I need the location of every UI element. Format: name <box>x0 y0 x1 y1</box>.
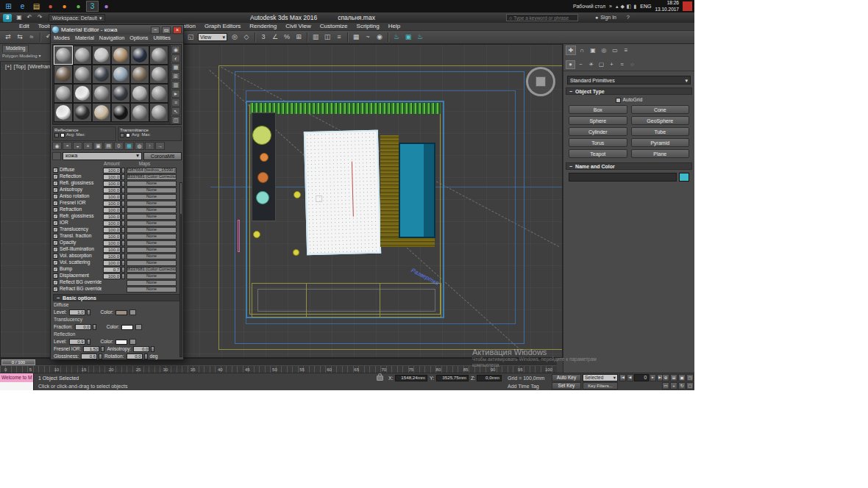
material-sample-slot[interactable] <box>149 65 168 84</box>
purple-app-icon[interactable]: ● <box>100 1 113 12</box>
select-and-scale-icon[interactable]: ◱ <box>185 32 196 43</box>
go-to-parent-icon[interactable]: ↑ <box>145 142 154 150</box>
object-color-swatch[interactable] <box>679 173 689 182</box>
reset-map-icon[interactable]: × <box>83 142 93 150</box>
param-checkbox[interactable]: ✓ <box>53 174 58 179</box>
param-amount-field[interactable]: 100,0 <box>103 273 121 279</box>
maximize-viewport-icon[interactable]: ▢ <box>686 382 694 390</box>
unlink-selection-icon[interactable]: ⇆ <box>14 32 26 43</box>
param-amount-field[interactable]: 100,0 <box>103 260 121 266</box>
spinner-arrows[interactable] <box>151 346 154 352</box>
viewport-menu-label[interactable]: [+] <box>5 64 12 70</box>
select-and-link-icon[interactable]: ⇄ <box>2 32 14 43</box>
scrollbar-thumb[interactable] <box>180 183 182 214</box>
spinner-arrows[interactable] <box>93 324 96 330</box>
spinner-arrows[interactable] <box>121 220 125 226</box>
maximize-icon[interactable]: ▭ <box>162 26 171 34</box>
me-menu-navigation[interactable]: Navigation <box>99 35 124 40</box>
help-icon[interactable]: ? <box>627 15 630 21</box>
fresnel-ior-field[interactable]: 1,52 <box>83 346 99 352</box>
select-by-material-icon[interactable]: ↖ <box>171 107 180 115</box>
param-amount-field[interactable]: 100,0 <box>103 220 121 226</box>
param-amount-field[interactable]: 100,0 <box>103 227 121 233</box>
diffuse-color-swatch[interactable] <box>115 310 127 315</box>
material-editor-scrollbar[interactable] <box>179 182 182 357</box>
material-sample-slot[interactable] <box>111 46 130 65</box>
material-navigator-icon[interactable]: ◫ <box>171 116 180 124</box>
param-amount-field[interactable]: 100,0 <box>103 254 121 259</box>
put-to-scene-icon[interactable]: ◓ <box>63 142 72 150</box>
param-checkbox[interactable]: ✓ <box>53 247 58 252</box>
spinner-arrows[interactable] <box>121 174 125 180</box>
desktop-toolbar-chevron-icon[interactable]: » <box>609 4 612 9</box>
backlight-icon[interactable]: ◐ <box>171 54 180 62</box>
spinner-arrows[interactable] <box>87 309 90 315</box>
param-amount-field[interactable]: 100,0 <box>103 168 121 173</box>
maxscript-mini-listener[interactable]: Welcome to M <box>0 373 34 390</box>
spinner-arrows[interactable] <box>121 168 125 173</box>
param-checkbox[interactable]: ✓ <box>53 280 58 285</box>
scene-rug-strip-lower[interactable] <box>380 237 435 247</box>
minimize-icon[interactable]: − <box>151 26 160 34</box>
systems-category-icon[interactable]: ◌ <box>627 60 637 69</box>
viewcube-top-face[interactable] <box>536 76 546 87</box>
spinner-arrows[interactable] <box>121 187 125 193</box>
param-map-button[interactable]: None <box>127 187 177 193</box>
me-menu-material[interactable]: Material <box>75 35 94 40</box>
spinner-arrows[interactable] <box>121 207 125 213</box>
menu-help[interactable]: Help <box>384 24 405 29</box>
pick-material-icon[interactable] <box>52 152 61 160</box>
name-color-rollout[interactable]: − Name and Color <box>566 162 692 170</box>
param-checkbox[interactable]: ✓ <box>53 201 58 206</box>
spinner-arrows[interactable] <box>121 240 125 246</box>
param-map-button[interactable]: None <box>127 234 177 240</box>
param-amount-field[interactable]: 0,7 <box>103 267 121 273</box>
red-tray-icon[interactable] <box>683 1 692 11</box>
hierarchy-tab[interactable]: ▣ <box>588 46 598 55</box>
3dsmax-logo-icon[interactable]: 3 <box>3 14 12 22</box>
material-editor-icon[interactable]: ◉ <box>374 32 385 43</box>
zoom-extents-icon[interactable]: ▣ <box>678 374 686 381</box>
geosphere-button[interactable]: GeoSphere <box>631 116 690 125</box>
layer-manager-icon[interactable]: ▦ <box>350 32 362 43</box>
menu-civil-view[interactable]: Civil View <box>281 24 316 29</box>
scene-plant-teal[interactable] <box>256 191 269 204</box>
geometry-category-icon[interactable]: ● <box>566 60 575 69</box>
param-map-button[interactable]: None <box>127 181 177 187</box>
autogrid-checkbox[interactable] <box>616 98 621 103</box>
reflection-color-map-button[interactable] <box>129 339 136 345</box>
param-checkbox[interactable]: ✓ <box>53 273 58 279</box>
spinner-snap-icon[interactable]: ⊞ <box>293 32 305 43</box>
param-amount-field[interactable]: 100,0 <box>103 207 121 213</box>
desktop-toolbar-label[interactable]: Рабочий стол <box>573 4 605 9</box>
add-time-tag[interactable]: Add Time Tag <box>508 384 539 389</box>
material-sample-slot[interactable] <box>73 65 92 84</box>
green-app-icon[interactable]: ● <box>72 1 85 12</box>
param-map-button[interactable]: None <box>127 201 177 207</box>
bind-to-space-warp-icon[interactable]: ≈ <box>26 32 38 43</box>
param-map-button[interactable]: None <box>127 273 177 279</box>
scene-plant-orange-2[interactable] <box>257 172 268 183</box>
viewcube[interactable] <box>526 67 555 96</box>
param-checkbox[interactable]: ✓ <box>53 240 58 245</box>
lights-category-icon[interactable]: ☀ <box>586 60 596 69</box>
translucency-color-swatch[interactable] <box>121 325 133 330</box>
scene-wardrobe[interactable] <box>399 143 435 238</box>
param-amount-field[interactable]: 100,0 <box>103 240 121 246</box>
spinner-arrows[interactable] <box>121 201 125 207</box>
material-sample-slot[interactable] <box>54 46 73 65</box>
set-key-button[interactable]: Set Key <box>552 382 581 390</box>
snaps-toggle-icon[interactable]: 3 <box>257 32 269 43</box>
param-map-button[interactable]: 138337681 (Color Correction) <box>127 174 177 180</box>
me-menu-utilities[interactable]: Utilities <box>154 35 171 40</box>
material-sample-slot[interactable] <box>149 103 168 122</box>
scene-plant-large[interactable] <box>252 126 271 145</box>
spinner-arrows[interactable] <box>121 234 125 240</box>
spinner-arrows[interactable] <box>121 194 125 200</box>
rotation-field[interactable]: 0,0 <box>127 354 143 359</box>
z-coordinate-field[interactable]: 0,0mm <box>477 375 502 381</box>
reflection-color-swatch[interactable] <box>115 340 127 345</box>
param-checkbox[interactable]: ✓ <box>53 267 58 272</box>
param-map-button[interactable]: None <box>127 240 177 246</box>
align-icon[interactable]: ≡ <box>333 32 345 43</box>
